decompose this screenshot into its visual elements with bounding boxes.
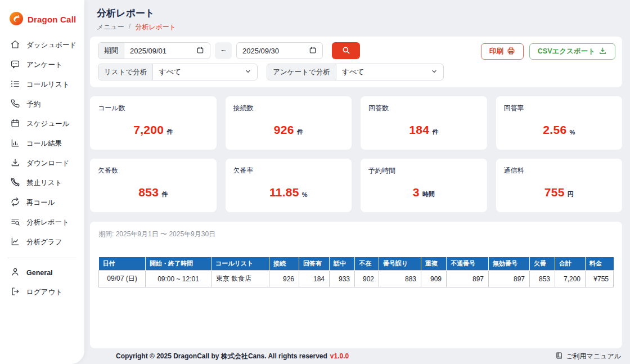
stat-card-missing-numbers: 欠番数 853件 [90,159,217,212]
call-result-icon [10,138,20,150]
survey-filter-label: アンケートで分析 [267,64,336,80]
sidebar-item-label: コール結果 [26,139,62,149]
stat-unit: 件 [166,128,173,136]
stat-label: 回答率 [504,104,615,113]
recall-icon [10,197,20,209]
date-from-group: 期間 2025/09/01 [98,42,210,59]
report-table: 日付 開始・終了時間 コールリスト 接続 回答有 話中 不在 番号誤り 重複 不… [98,257,614,287]
sidebar-item-label: 再コール [26,198,55,208]
sidebar-item-label: ダウンロード [26,159,69,168]
csv-export-button[interactable]: CSVエクスポート [529,43,615,60]
printer-icon [507,47,515,57]
table-header-cell: コールリスト [212,257,269,271]
table-header-cell: 欠番 [530,257,555,271]
date-from-input[interactable]: 2025/09/01 [124,43,210,59]
survey-filter-select[interactable]: アンケートで分析 すべて [267,64,443,80]
sidebar-item-label: 予約 [26,100,40,109]
stats-grid: コール数 7,200件 接続数 926件 回答数 184件 回答率 2.56% … [90,96,622,212]
date-to-input[interactable]: 2025/09/30 [237,43,322,59]
stat-label: 欠番率 [233,166,344,176]
sidebar-item-call-result[interactable]: コール結果 [0,134,84,154]
breadcrumb-menu-link[interactable]: メニュー [97,23,124,32]
user-icon [10,267,20,278]
sidebar-item-dashboard[interactable]: ダッシュボード [0,35,84,55]
stat-value: 184 [409,123,429,137]
sidebar-item-schedule[interactable]: スケジュール [0,114,84,134]
sidebar-item-download[interactable]: ダウンロード [0,154,84,173]
main-area: 分析レポート メニュー / 分析レポート 期間 2025/09/01 ~ [84,0,630,364]
breadcrumb: メニュー / 分析レポート [97,23,622,32]
calendar-picker-icon[interactable] [309,46,317,56]
calendar-picker-icon[interactable] [196,46,204,56]
table-row: 09/07 (日) 09:00 ~ 12:01 東京 飲食店 926 184 9… [99,271,614,287]
sidebar-item-general[interactable]: General [0,263,84,282]
table-cell-call-list: 東京 飲食店 [212,271,269,287]
stat-label: 接続数 [233,104,344,113]
sidebar-item-recall[interactable]: 再コール [0,193,84,213]
report-period-text: 期間: 2025年9月1日 〜 2025年9月30日 [98,230,614,239]
stat-card-calls: コール数 7,200件 [90,96,217,150]
table-cell: 897 [489,271,530,287]
sidebar-item-call-list[interactable]: コールリスト [0,75,84,95]
stat-unit: 件 [297,128,303,136]
filter-panel: 期間 2025/09/01 ~ 2025/09/30 [90,37,622,87]
table-cell: 897 [447,271,489,287]
report-icon [10,217,20,228]
print-button[interactable]: 印刷 [481,43,524,60]
report-table-card: 期間: 2025年9月1日 〜 2025年9月30日 日付 開始・終了時間 コー… [90,222,622,348]
stat-unit: 件 [161,190,168,199]
stat-value: 2.56 [543,123,566,137]
main-nav: ダッシュボード アンケート コールリスト 予約 スケジュール コール結果 ダウン… [0,35,84,302]
sidebar-item-label: ダッシュボード [26,41,76,50]
download-icon [10,158,20,169]
table-cell-time: 09:00 ~ 12:01 [146,271,212,287]
table-cell: 933 [330,271,355,287]
table-header-cell: 料金 [586,257,614,271]
table-cell: 909 [421,271,447,287]
chevron-down-icon [245,68,251,77]
list-filter-select[interactable]: リストで分析 すべて [98,64,258,80]
logout-icon [10,286,20,298]
sidebar-divider [8,258,76,258]
export-download-icon [598,47,607,57]
stat-card-communication-fee: 通信料 755円 [496,159,623,212]
phone-icon [10,98,20,110]
date-to-group: 2025/09/30 [236,42,323,59]
manual-link[interactable]: ご利用マニュアル [555,352,621,361]
stat-label: 回答数 [368,104,479,113]
brand-name: Dragon Call [28,15,76,24]
sidebar-item-survey[interactable]: アンケート [0,55,84,75]
stat-unit: % [302,191,308,198]
book-icon [555,352,563,361]
table-cell: 883 [379,271,421,287]
stat-unit: 時間 [422,190,435,199]
sidebar-item-reservation[interactable]: 予約 [0,95,84,114]
table-cell: 184 [299,271,330,287]
content: 期間 2025/09/01 ~ 2025/09/30 [84,35,630,348]
stat-label: 予約時間 [368,166,479,176]
graph-icon [10,236,20,248]
sidebar-item-block-list[interactable]: 禁止リスト [0,173,84,193]
stat-card-reserved-time: 予約時間 3時間 [361,159,487,212]
table-cell: 902 [355,271,379,287]
stat-label: コール数 [98,104,209,113]
table-cell: 7,200 [555,271,586,287]
sidebar-item-analysis-report[interactable]: 分析レポート [0,213,84,232]
sidebar-item-label: アンケート [26,60,62,70]
table-header-cell: 番号誤り [379,257,421,271]
stat-card-answer-rate: 回答率 2.56% [496,96,623,150]
list-filter-label: リストで分析 [98,64,153,80]
search-button[interactable] [332,42,360,59]
sidebar-item-analysis-graph[interactable]: 分析グラフ [0,232,84,252]
sidebar: Dragon Call ダッシュボード アンケート コールリスト 予約 スケジュ… [0,0,84,364]
call-list-icon [10,79,20,91]
footer: Copyright © 2025 DragonCall by 株式会社Cans.… [84,348,630,364]
stat-label: 通信料 [504,166,615,176]
stat-unit: % [569,129,575,136]
sidebar-item-logout[interactable]: ログアウト [0,282,84,302]
brand-logo[interactable]: Dragon Call [0,8,84,35]
date-range-tilde: ~ [215,42,232,59]
sidebar-item-label: ログアウト [26,287,62,297]
page-title: 分析レポート [97,7,622,20]
table-header-cell: 開始・終了時間 [146,257,212,271]
